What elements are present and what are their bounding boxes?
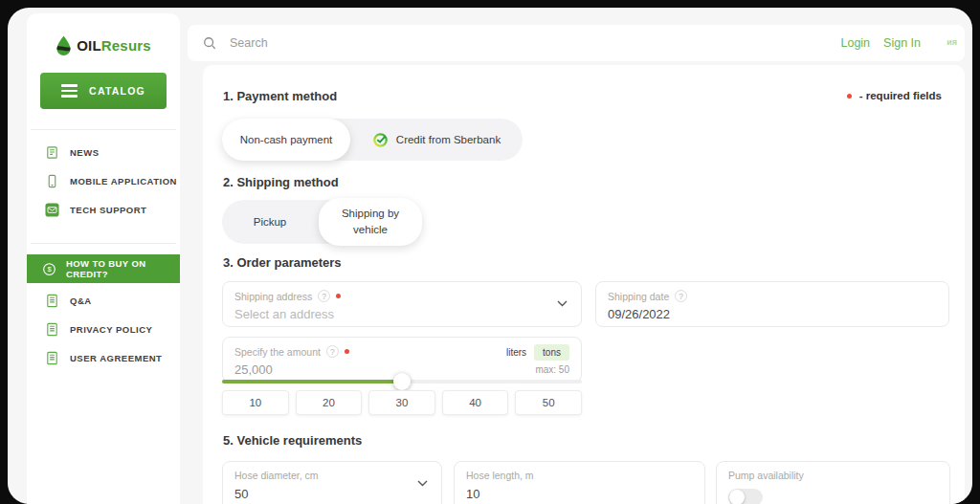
svg-text:$: $: [47, 265, 52, 274]
chevron-down-icon: [557, 300, 568, 307]
quick-amount-20[interactable]: 20: [296, 390, 363, 415]
hose-diameter-value: 50: [234, 487, 248, 501]
shipping-date-value: 09/26/2022: [608, 307, 670, 321]
news-icon: [45, 145, 59, 160]
slider-fill: [222, 380, 402, 383]
order-form: 1. Payment method - required fields Non-…: [203, 65, 965, 504]
quick-amount-10[interactable]: 10: [222, 390, 289, 415]
document-icon: [45, 322, 59, 337]
required-dot-icon: [345, 349, 349, 354]
corner-text: ия: [947, 37, 957, 47]
toggle-knob: [729, 490, 745, 504]
unit-tons-option[interactable]: tons: [534, 344, 569, 361]
section-title-order: 3. Order parameters: [223, 255, 342, 270]
help-icon[interactable]: ?: [326, 345, 339, 358]
catalog-label: CATALOG: [89, 85, 145, 97]
shipping-address-placeholder: Select an address: [234, 307, 334, 321]
hose-length-label: Hose length, m: [466, 470, 534, 481]
required-fields-legend: - required fields: [847, 90, 942, 101]
menu-icon: [61, 84, 78, 97]
shipping-date-field[interactable]: Shipping date ? 09/26/2022: [595, 281, 949, 327]
catalog-button[interactable]: CATALOG: [40, 73, 167, 109]
shipping-option-vehicle[interactable]: Shipping by vehicle: [319, 198, 422, 246]
unit-liters-option[interactable]: liters: [506, 347, 526, 358]
section-title-shipping: 2. Shipping method: [223, 175, 339, 189]
sidebar: OILResurs CATALOG NEWS MOBILE APPLICATIO…: [27, 13, 180, 504]
shipping-method-toggle: Pickup Shipping by vehicle: [222, 200, 421, 244]
sidebar-item-news[interactable]: NEWS: [27, 138, 180, 166]
coin-icon: $: [42, 262, 56, 276]
shipping-date-label: Shipping date: [608, 291, 669, 302]
envelope-icon: [45, 203, 59, 217]
sberbank-icon: [372, 132, 389, 148]
pump-availability-label: Pump availability: [728, 470, 804, 481]
hose-diameter-select[interactable]: Hose diameter, cm 50: [222, 461, 442, 504]
amount-label: Specify the amount: [234, 346, 321, 358]
logo-text: OILResurs: [77, 37, 151, 55]
quick-amount-40[interactable]: 40: [442, 390, 509, 415]
sidebar-item-privacy-policy[interactable]: PRIVACY POLICY: [27, 315, 180, 343]
max-note: max: 50: [535, 364, 569, 375]
section-title-payment: 1. Payment method: [223, 89, 337, 103]
sidebar-divider: [31, 129, 176, 130]
chevron-down-icon: [417, 480, 428, 487]
hose-length-value: 10: [466, 487, 479, 501]
units-toggle: liters tons: [506, 344, 569, 361]
required-dot-icon: [847, 94, 852, 99]
sidebar-menu-bottom: Q&A PRIVACY POLICY USER AGREEMENT: [27, 286, 180, 372]
sidebar-item-how-to-buy-on-credit[interactable]: $ HOW TO BUY ON CREDIT?: [27, 254, 180, 283]
mobile-icon: [45, 174, 59, 188]
payment-method-toggle: Non-cash payment Credit from Sberbank: [222, 119, 523, 161]
search-input[interactable]: [230, 36, 555, 50]
slider-thumb[interactable]: [393, 373, 411, 390]
search-icon: [203, 36, 216, 50]
amount-quick-buttons: 10 20 30 40 50: [222, 390, 582, 415]
amount-slider: [222, 380, 582, 383]
oil-drop-icon: [56, 35, 72, 56]
required-dot-icon: [336, 294, 341, 298]
sidebar-menu-top: NEWS MOBILE APPLICATION TECH SUPPORT: [27, 138, 180, 224]
payment-option-noncash[interactable]: Non-cash payment: [222, 119, 350, 161]
app-window: OILResurs CATALOG NEWS MOBILE APPLICATIO…: [8, 8, 972, 504]
document-icon: [45, 351, 59, 365]
sidebar-item-mobile-application[interactable]: MOBILE APPLICATION: [27, 166, 180, 195]
sidebar-item-tech-support[interactable]: TECH SUPPORT: [27, 195, 180, 224]
document-icon: [45, 294, 59, 308]
signin-link[interactable]: Sign In: [883, 36, 921, 50]
logo: OILResurs: [27, 13, 180, 59]
shipping-option-pickup[interactable]: Pickup: [222, 200, 318, 244]
login-link[interactable]: Login: [840, 36, 870, 50]
hose-diameter-label: Hose diameter, cm: [234, 470, 319, 481]
help-icon[interactable]: ?: [675, 290, 687, 302]
shipping-address-label: Shipping address: [234, 291, 312, 302]
help-icon[interactable]: ?: [318, 290, 330, 302]
amount-value[interactable]: 25,000: [234, 362, 273, 377]
quick-amount-30[interactable]: 30: [368, 390, 435, 415]
sidebar-item-user-agreement[interactable]: USER AGREEMENT: [27, 343, 180, 372]
sidebar-divider: [31, 243, 176, 244]
amount-field: Specify the amount ? liters tons 25,000 …: [222, 337, 582, 383]
auth-links: Login Sign In: [840, 25, 921, 61]
quick-amount-50[interactable]: 50: [515, 390, 582, 415]
shipping-address-select[interactable]: Shipping address ? Select an address: [222, 281, 582, 327]
pump-availability-toggle[interactable]: [728, 489, 763, 504]
section-title-vehicle: 5. Vehicle requirements: [223, 433, 362, 448]
hose-length-field[interactable]: Hose length, m 10: [454, 461, 705, 504]
pump-availability-field: Pump availability: [716, 461, 950, 504]
sidebar-item-qa[interactable]: Q&A: [27, 286, 180, 315]
search-bar[interactable]: [203, 25, 586, 61]
top-bar: Login Sign In ия: [188, 25, 965, 61]
payment-option-sberbank[interactable]: Credit from Sberbank: [350, 119, 523, 161]
